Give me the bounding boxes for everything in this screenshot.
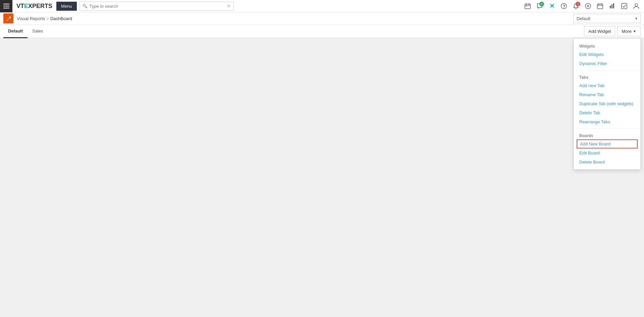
main-content — [0, 38, 644, 317]
add-widget-button[interactable]: Add Widget — [584, 26, 615, 36]
calendar2-icon[interactable] — [595, 1, 605, 11]
divider-1 — [574, 70, 640, 70]
chat-icon[interactable]: 0 — [535, 1, 545, 11]
user-avatar[interactable] — [631, 1, 641, 11]
add-icon[interactable] — [583, 1, 593, 11]
board-select-wrapper: Default Sales — [574, 14, 641, 23]
logo-xperts: XPERTS — [28, 3, 52, 10]
svg-rect-16 — [613, 3, 614, 8]
edit-board-item[interactable]: Edit Board — [574, 148, 640, 157]
breadcrumb-bar: Visual Reports > DashBoard Default Sales — [0, 12, 644, 25]
svg-rect-4 — [526, 6, 527, 7]
tabs-actions: Add Widget More ▼ — [584, 26, 641, 36]
calendar-icon[interactable] — [523, 1, 533, 11]
search-icon: 🔍 — [83, 4, 88, 8]
search-input[interactable] — [90, 4, 227, 9]
hamburger-button[interactable] — [0, 0, 12, 12]
add-new-board-item[interactable]: Add New Board — [577, 139, 638, 148]
search-clear-icon[interactable]: ✕ — [227, 3, 231, 9]
more-arrow-icon: ▼ — [633, 29, 636, 33]
board-select[interactable]: Default Sales — [574, 14, 641, 23]
logo-e: E — [24, 3, 28, 10]
tabs-bar: Default Sales Add Widget More ▼ — [0, 25, 644, 38]
tab-sales[interactable]: Sales — [28, 25, 48, 38]
search-bar: 🔍 ✕ — [79, 2, 234, 11]
module-icon — [3, 13, 13, 23]
logo: VTEXPERTS — [12, 3, 56, 10]
svg-rect-17 — [622, 3, 627, 9]
breadcrumb-module[interactable]: Visual Reports — [17, 16, 45, 21]
tabs-section-header: Tabs — [574, 72, 640, 81]
menu-button[interactable]: Menu — [56, 2, 77, 11]
more-button[interactable]: More ▼ — [617, 26, 641, 36]
chart-icon[interactable] — [607, 1, 617, 11]
checkmark-icon[interactable] — [619, 1, 629, 11]
breadcrumb-separator: > — [46, 16, 49, 21]
board-selector: Default Sales — [574, 14, 641, 23]
delete-board-item[interactable]: Delete Board — [574, 157, 640, 167]
divider-2 — [574, 128, 640, 129]
svg-text:?: ? — [563, 4, 565, 9]
bell-icon[interactable]: 2 — [571, 1, 581, 11]
chat-badge: 0 — [539, 2, 544, 6]
hamburger-icon — [3, 4, 9, 8]
more-dropdown: Widgets Edit Widgets Dynamic Filter Tabs… — [574, 38, 641, 170]
bell-badge: 2 — [576, 2, 580, 6]
svg-rect-10 — [597, 4, 603, 9]
tab-default[interactable]: Default — [3, 25, 28, 38]
breadcrumb-page: DashBoard — [50, 16, 72, 21]
rearrange-tabs-item[interactable]: Rearrange Tabs — [574, 117, 640, 126]
boards-section-header: Boards — [574, 131, 640, 139]
nav-icons: 0 ✕ ? 2 — [523, 1, 644, 11]
tabs-bar-container: Default Sales Add Widget More ▼ Widgets … — [0, 25, 644, 38]
rename-tab-item[interactable]: Rename Tab — [574, 90, 640, 99]
x-crm-icon[interactable]: ✕ — [547, 1, 557, 11]
breadcrumb: Visual Reports > DashBoard — [17, 16, 72, 21]
logo-vt: VT — [16, 3, 24, 10]
add-new-tab-item[interactable]: Add new Tab — [574, 81, 640, 90]
delete-tab-item[interactable]: Delete Tab — [574, 108, 640, 117]
duplicate-tab-item[interactable]: Duplicate Tab (with widgets) — [574, 99, 640, 108]
svg-point-18 — [635, 4, 638, 6]
edit-widgets-item[interactable]: Edit Widgets — [574, 50, 640, 59]
svg-rect-0 — [525, 4, 530, 9]
top-nav: VTEXPERTS Menu 🔍 ✕ 0 ✕ ? — [0, 0, 644, 12]
svg-rect-14 — [610, 6, 611, 8]
dynamic-filter-item[interactable]: Dynamic Filter — [574, 59, 640, 68]
svg-rect-15 — [611, 4, 612, 8]
help-icon[interactable]: ? — [559, 1, 569, 11]
widgets-section-header: Widgets — [574, 41, 640, 50]
